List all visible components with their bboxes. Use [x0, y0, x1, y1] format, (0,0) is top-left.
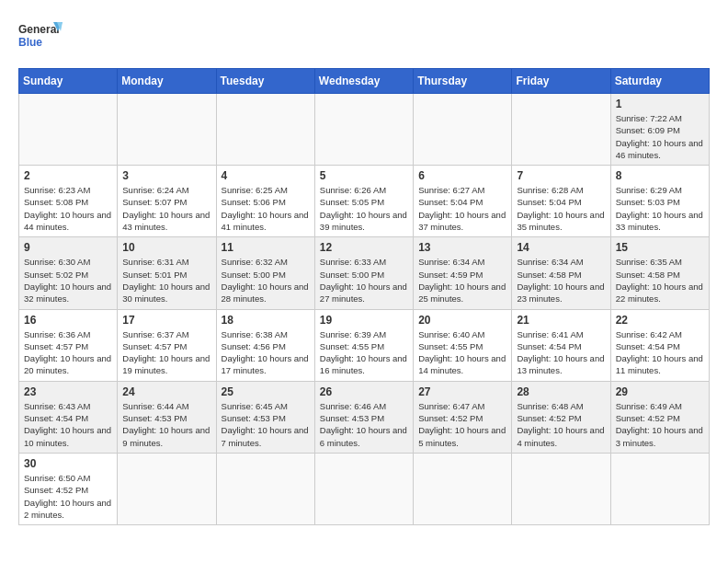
calendar-cell: 16Sunrise: 6:36 AM Sunset: 4:57 PM Dayli…	[19, 309, 118, 381]
day-info: Sunrise: 6:32 AM Sunset: 5:00 PM Dayligh…	[222, 256, 310, 304]
day-info: Sunrise: 6:41 AM Sunset: 4:54 PM Dayligh…	[517, 328, 605, 377]
calendar-cell: 7Sunrise: 6:28 AM Sunset: 5:04 PM Daylig…	[512, 166, 610, 237]
calendar-cell: 5Sunrise: 6:26 AM Sunset: 5:05 PM Daylig…	[314, 166, 413, 237]
day-number: 15	[616, 241, 704, 254]
calendar-table: SundayMondayTuesdayWednesdayThursdayFrid…	[18, 68, 710, 525]
calendar-cell: 1Sunrise: 7:22 AM Sunset: 6:09 PM Daylig…	[610, 94, 709, 166]
day-number: 8	[616, 169, 704, 182]
weekday-header-friday: Friday	[512, 69, 610, 94]
calendar-cell: 2Sunrise: 6:23 AM Sunset: 5:08 PM Daylig…	[19, 166, 118, 237]
day-number: 19	[320, 314, 408, 327]
day-info: Sunrise: 6:27 AM Sunset: 5:04 PM Dayligh…	[418, 184, 506, 233]
day-info: Sunrise: 6:34 AM Sunset: 4:59 PM Dayligh…	[418, 256, 506, 304]
day-info: Sunrise: 6:38 AM Sunset: 4:56 PM Dayligh…	[222, 328, 310, 377]
day-info: Sunrise: 6:39 AM Sunset: 4:55 PM Dayligh…	[320, 328, 408, 377]
day-number: 14	[517, 241, 605, 254]
calendar-cell: 27Sunrise: 6:47 AM Sunset: 4:52 PM Dayli…	[414, 381, 512, 453]
calendar-cell: 23Sunrise: 6:43 AM Sunset: 4:54 PM Dayli…	[19, 381, 118, 453]
day-number: 20	[418, 314, 506, 327]
day-number: 11	[222, 241, 310, 254]
day-info: Sunrise: 6:43 AM Sunset: 4:54 PM Dayligh…	[24, 400, 112, 449]
day-info: Sunrise: 6:31 AM Sunset: 5:01 PM Dayligh…	[122, 256, 210, 304]
calendar-cell: 10Sunrise: 6:31 AM Sunset: 5:01 PM Dayli…	[118, 237, 216, 309]
day-number: 3	[122, 169, 210, 182]
day-number: 6	[418, 169, 506, 182]
day-number: 1	[616, 98, 704, 110]
calendar-cell: 25Sunrise: 6:45 AM Sunset: 4:53 PM Dayli…	[216, 381, 314, 453]
calendar-cell	[216, 453, 314, 524]
day-number: 24	[122, 385, 210, 398]
calendar-week-row: 2Sunrise: 6:23 AM Sunset: 5:08 PM Daylig…	[19, 166, 710, 237]
calendar-cell: 12Sunrise: 6:33 AM Sunset: 5:00 PM Dayli…	[314, 237, 413, 309]
day-info: Sunrise: 6:28 AM Sunset: 5:04 PM Dayligh…	[517, 184, 605, 233]
day-info: Sunrise: 6:36 AM Sunset: 4:57 PM Dayligh…	[24, 328, 112, 377]
calendar-cell	[314, 94, 413, 166]
calendar-cell: 3Sunrise: 6:24 AM Sunset: 5:07 PM Daylig…	[118, 166, 216, 237]
calendar-week-row: 1Sunrise: 7:22 AM Sunset: 6:09 PM Daylig…	[19, 94, 710, 166]
day-number: 26	[320, 385, 408, 398]
calendar-cell: 20Sunrise: 6:40 AM Sunset: 4:55 PM Dayli…	[414, 309, 512, 381]
day-info: Sunrise: 6:34 AM Sunset: 4:58 PM Dayligh…	[517, 256, 605, 304]
weekday-header-monday: Monday	[118, 69, 216, 94]
weekday-header-row: SundayMondayTuesdayWednesdayThursdayFrid…	[19, 69, 710, 94]
day-number: 17	[122, 314, 210, 327]
calendar-cell	[216, 94, 314, 166]
day-info: Sunrise: 6:23 AM Sunset: 5:08 PM Dayligh…	[24, 184, 112, 233]
calendar-cell	[314, 453, 413, 524]
logo: General Blue	[18, 18, 64, 59]
day-info: Sunrise: 6:48 AM Sunset: 4:52 PM Dayligh…	[517, 400, 605, 449]
day-number: 16	[24, 314, 112, 327]
calendar-cell: 19Sunrise: 6:39 AM Sunset: 4:55 PM Dayli…	[314, 309, 413, 381]
calendar-cell	[19, 94, 118, 166]
calendar-cell: 28Sunrise: 6:48 AM Sunset: 4:52 PM Dayli…	[512, 381, 610, 453]
weekday-header-saturday: Saturday	[610, 69, 709, 94]
calendar-cell: 14Sunrise: 6:34 AM Sunset: 4:58 PM Dayli…	[512, 237, 610, 309]
calendar-cell	[118, 453, 216, 524]
day-number: 18	[222, 314, 310, 327]
calendar-cell: 26Sunrise: 6:46 AM Sunset: 4:53 PM Dayli…	[314, 381, 413, 453]
day-number: 27	[418, 385, 506, 398]
weekday-header-tuesday: Tuesday	[216, 69, 314, 94]
calendar-cell: 8Sunrise: 6:29 AM Sunset: 5:03 PM Daylig…	[610, 166, 709, 237]
day-number: 28	[517, 385, 605, 398]
day-number: 12	[320, 241, 408, 254]
calendar-week-row: 9Sunrise: 6:30 AM Sunset: 5:02 PM Daylig…	[19, 237, 710, 309]
calendar-week-row: 23Sunrise: 6:43 AM Sunset: 4:54 PM Dayli…	[19, 381, 710, 453]
calendar-cell: 13Sunrise: 6:34 AM Sunset: 4:59 PM Dayli…	[414, 237, 512, 309]
day-number: 2	[24, 169, 112, 182]
day-info: Sunrise: 6:37 AM Sunset: 4:57 PM Dayligh…	[122, 328, 210, 377]
calendar-cell: 18Sunrise: 6:38 AM Sunset: 4:56 PM Dayli…	[216, 309, 314, 381]
calendar-cell	[610, 453, 709, 524]
calendar-cell: 6Sunrise: 6:27 AM Sunset: 5:04 PM Daylig…	[414, 166, 512, 237]
day-info: Sunrise: 6:26 AM Sunset: 5:05 PM Dayligh…	[320, 184, 408, 233]
day-info: Sunrise: 6:33 AM Sunset: 5:00 PM Dayligh…	[320, 256, 408, 304]
calendar-week-row: 16Sunrise: 6:36 AM Sunset: 4:57 PM Dayli…	[19, 309, 710, 381]
calendar-cell	[512, 453, 610, 524]
svg-text:Blue: Blue	[18, 36, 42, 49]
calendar-cell	[512, 94, 610, 166]
calendar-cell: 17Sunrise: 6:37 AM Sunset: 4:57 PM Dayli…	[118, 309, 216, 381]
calendar-week-row: 30Sunrise: 6:50 AM Sunset: 4:52 PM Dayli…	[19, 453, 710, 524]
day-info: Sunrise: 6:49 AM Sunset: 4:52 PM Dayligh…	[616, 400, 704, 449]
day-number: 10	[122, 241, 210, 254]
calendar-cell: 15Sunrise: 6:35 AM Sunset: 4:58 PM Dayli…	[610, 237, 709, 309]
weekday-header-wednesday: Wednesday	[314, 69, 413, 94]
header: General Blue	[18, 18, 710, 59]
day-number: 13	[418, 241, 506, 254]
day-info: Sunrise: 6:40 AM Sunset: 4:55 PM Dayligh…	[418, 328, 506, 377]
calendar-cell: 21Sunrise: 6:41 AM Sunset: 4:54 PM Dayli…	[512, 309, 610, 381]
day-info: Sunrise: 6:24 AM Sunset: 5:07 PM Dayligh…	[122, 184, 210, 233]
day-number: 5	[320, 169, 408, 182]
weekday-header-thursday: Thursday	[414, 69, 512, 94]
day-number: 30	[24, 457, 112, 470]
calendar-cell: 9Sunrise: 6:30 AM Sunset: 5:02 PM Daylig…	[19, 237, 118, 309]
day-info: Sunrise: 6:50 AM Sunset: 4:52 PM Dayligh…	[24, 472, 112, 521]
day-number: 7	[517, 169, 605, 182]
day-info: Sunrise: 6:45 AM Sunset: 4:53 PM Dayligh…	[222, 400, 310, 449]
day-number: 21	[517, 314, 605, 327]
calendar-cell: 29Sunrise: 6:49 AM Sunset: 4:52 PM Dayli…	[610, 381, 709, 453]
day-info: Sunrise: 6:25 AM Sunset: 5:06 PM Dayligh…	[222, 184, 310, 233]
day-info: Sunrise: 6:29 AM Sunset: 5:03 PM Dayligh…	[616, 184, 704, 233]
day-info: Sunrise: 7:22 AM Sunset: 6:09 PM Dayligh…	[616, 112, 704, 161]
day-info: Sunrise: 6:35 AM Sunset: 4:58 PM Dayligh…	[616, 256, 704, 304]
